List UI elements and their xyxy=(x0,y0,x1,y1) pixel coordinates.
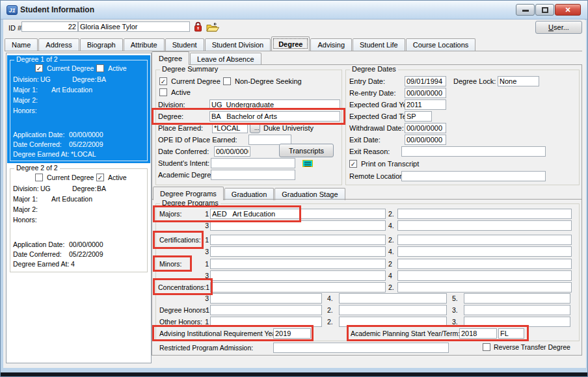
summary-date-conferred-label: Date Conferred: xyxy=(158,148,209,155)
advising-requirement-year-field[interactable] xyxy=(273,328,311,339)
id-field[interactable] xyxy=(21,21,78,32)
other-honors-num-3: 3. xyxy=(452,318,458,326)
concentrations-field-2[interactable] xyxy=(397,282,572,292)
concentrations-field-3[interactable] xyxy=(210,293,322,304)
reentry-date-label: Re-entry Date: xyxy=(349,89,396,97)
reverse-transfer-degree-checkbox[interactable] xyxy=(483,343,490,351)
degree1-current-degree-checkbox[interactable]: ✓ xyxy=(35,64,43,72)
print-on-transcript-checkbox[interactable]: ✓ xyxy=(349,160,357,168)
degree-honors-field-2[interactable] xyxy=(339,305,447,315)
exit-reason-field[interactable] xyxy=(401,146,546,157)
place-earned-field[interactable] xyxy=(212,123,248,133)
degree2-major1-value: Art Education xyxy=(51,195,92,203)
tab-biograph[interactable]: Biograph xyxy=(80,38,123,51)
subtab-degree[interactable]: Degree xyxy=(152,51,189,65)
student-name-field[interactable] xyxy=(78,21,190,32)
place-earned-browse-button[interactable]: ... xyxy=(250,123,260,133)
student-intent-field[interactable] xyxy=(211,158,295,168)
withdrawal-date-label: Withdrawal Date: xyxy=(349,124,404,132)
majors-field-2[interactable] xyxy=(397,209,572,219)
degree-honors-field-1[interactable] xyxy=(210,305,322,315)
minimize-button[interactable] xyxy=(516,4,535,16)
degree-sub-tab-strip: Degree Leave of Absence xyxy=(152,51,262,65)
degree1-active-checkbox[interactable] xyxy=(96,64,104,72)
concentrations-field-5[interactable] xyxy=(464,293,570,304)
reentry-date-field[interactable] xyxy=(405,88,446,98)
summary-current-degree-checkbox[interactable]: ✓ xyxy=(159,77,167,85)
degree2-major1-label: Major 1: xyxy=(13,195,38,203)
other-honors-field-2[interactable] xyxy=(339,317,447,327)
degree1-legend: Degree 1 of 2 xyxy=(14,55,60,63)
academic-planning-term-field[interactable] xyxy=(498,328,524,339)
concentrations-field-4[interactable] xyxy=(339,293,447,304)
transcripts-button[interactable]: Transcripts xyxy=(279,144,334,157)
concentrations-num-4: 4. xyxy=(327,294,333,302)
majors-field-1[interactable] xyxy=(210,209,386,219)
restricted-program-admission-field[interactable] xyxy=(273,343,449,353)
titlebar[interactable]: J1 Student Information ✕ xyxy=(1,1,587,20)
degree2-major2-label: Major 2: xyxy=(13,205,38,213)
window-controls: ✕ xyxy=(515,4,581,16)
minors-field-1[interactable] xyxy=(210,259,386,269)
tab-course-locations[interactable]: Course Locations xyxy=(406,38,476,51)
tab-student-division[interactable]: Student Division xyxy=(205,38,271,51)
maximize-button[interactable] xyxy=(535,4,554,16)
tab-name[interactable]: Name xyxy=(5,38,38,51)
certifications-field-4[interactable] xyxy=(397,246,572,257)
minors-field-2[interactable] xyxy=(397,259,572,269)
expected-grad-year-field[interactable] xyxy=(405,99,446,110)
entry-date-field[interactable] xyxy=(405,76,446,86)
exit-date-field[interactable] xyxy=(405,135,446,145)
academic-degree-field[interactable] xyxy=(211,170,295,180)
degree2-degree-label: Degree: xyxy=(72,185,96,192)
certifications-field-3[interactable] xyxy=(210,246,386,257)
majors-field-3[interactable] xyxy=(210,220,386,231)
certifications-field-1[interactable] xyxy=(210,235,386,245)
degree-honors-field-3[interactable] xyxy=(464,305,570,315)
summary-active-checkbox[interactable] xyxy=(159,88,167,96)
summary-date-conferred-field[interactable] xyxy=(214,146,250,157)
degree-lock-label: Degree Lock: xyxy=(453,77,496,85)
id-label: ID # xyxy=(8,24,21,32)
degree2-current-degree-checkbox[interactable] xyxy=(35,174,43,181)
expected-grad-term-field[interactable] xyxy=(405,111,432,122)
remote-location-field[interactable] xyxy=(401,171,546,181)
certifications-num-4: 4. xyxy=(388,248,394,255)
academic-planning-label: Academic Planning Start Year/Term: xyxy=(351,330,460,337)
degree1-date-conferred-label: Date Conferred: xyxy=(13,140,62,148)
other-honors-field-3[interactable] xyxy=(464,317,570,327)
other-honors-field-1[interactable] xyxy=(210,317,322,327)
certifications-num-3: 3 xyxy=(198,248,209,255)
degree1-degree-value: BA xyxy=(97,75,106,83)
degree-1-item-selected[interactable]: Degree 1 of 2 ✓ Current Degree Active Di… xyxy=(7,55,150,163)
degree-2-item[interactable]: Degree 2 of 2 Current Degree ✓ Active Di… xyxy=(7,164,150,276)
subtab-leave-of-absence[interactable]: Leave of Absence xyxy=(190,53,261,65)
certifications-field-2[interactable] xyxy=(397,235,572,245)
degree-label: Degree: xyxy=(158,112,183,120)
majors-field-4[interactable] xyxy=(397,220,572,231)
tab-attribute[interactable]: Attribute xyxy=(124,38,165,51)
tab-advising[interactable]: Advising xyxy=(310,38,352,51)
close-button[interactable]: ✕ xyxy=(555,4,581,16)
degree2-active-checkbox[interactable]: ✓ xyxy=(96,174,104,181)
minors-field-3[interactable] xyxy=(210,270,386,281)
tab-student[interactable]: Student xyxy=(165,38,204,51)
open-folder-icon[interactable] xyxy=(206,22,220,34)
withdrawal-date-field[interactable] xyxy=(405,123,446,133)
minors-field-4[interactable] xyxy=(397,270,572,281)
concentrations-label: Concentrations: xyxy=(158,283,206,291)
minors-num-2: 2 xyxy=(388,260,392,268)
division-field[interactable] xyxy=(209,99,340,110)
tab-address[interactable]: Address xyxy=(38,38,79,51)
tab-degree-programs[interactable]: Degree Programs xyxy=(153,187,224,200)
exit-date-label: Exit Date: xyxy=(349,136,381,144)
user-button[interactable]: User... xyxy=(535,21,582,34)
summary-non-degree-checkbox[interactable] xyxy=(223,77,231,85)
concentrations-field-1[interactable] xyxy=(210,282,386,292)
concentrations-num-5: 5. xyxy=(452,294,458,302)
tab-student-life[interactable]: Student Life xyxy=(353,38,405,51)
tab-degree[interactable]: Degree xyxy=(271,36,310,51)
degree-lock-field[interactable] xyxy=(498,76,539,86)
academic-planning-year-field[interactable] xyxy=(459,328,497,339)
degree-field[interactable] xyxy=(209,111,340,122)
